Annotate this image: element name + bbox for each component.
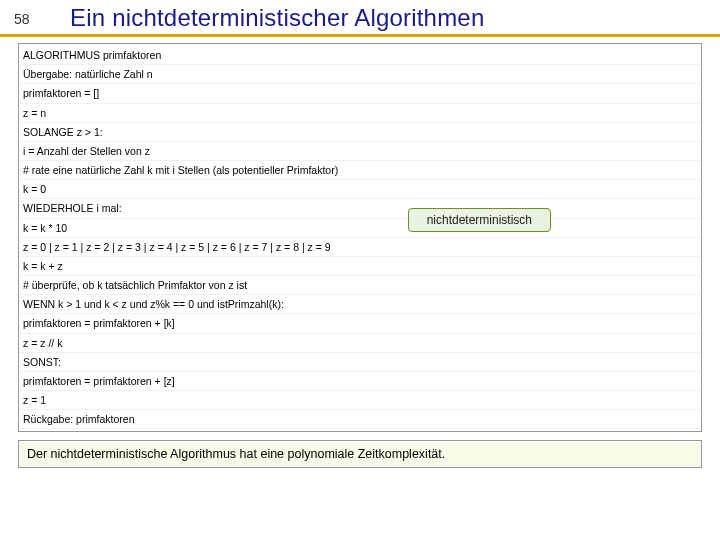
algo-line: k = 0 (19, 180, 701, 199)
algo-line: Rückgabe: primfaktoren (19, 410, 701, 429)
algo-line: Übergabe: natürliche Zahl n (19, 65, 701, 84)
algo-line: WENN k > 1 und k < z und z%k == 0 und is… (19, 295, 701, 314)
algo-line: k = k + z (19, 257, 701, 276)
algo-line: z = n (19, 104, 701, 123)
slide-header: 58 Ein nichtdeterministischer Algorithme… (0, 0, 720, 37)
algorithm-box: ALGORITHMUS primfaktoren Übergabe: natür… (18, 43, 702, 432)
algo-line: # rate eine natürliche Zahl k mit i Stel… (19, 161, 701, 180)
footer-note: Der nichtdeterministische Algorithmus ha… (18, 440, 702, 468)
algo-line: z = 1 (19, 391, 701, 410)
algo-line: SONST: (19, 353, 701, 372)
callout-nondeterministic: nichtdeterministisch (408, 208, 551, 232)
page-number: 58 (0, 3, 62, 31)
algo-line: # überprüfe, ob k tatsächlich Primfaktor… (19, 276, 701, 295)
algo-line: primfaktoren = primfaktoren + [z] (19, 372, 701, 391)
algo-line: z = 0 | z = 1 | z = 2 | z = 3 | z = 4 | … (19, 238, 701, 257)
algo-line: k = k * 10 (19, 219, 701, 238)
algo-line: ALGORITHMUS primfaktoren (19, 46, 701, 65)
algo-line: WIEDERHOLE i mal: (19, 199, 701, 218)
algo-line: SOLANGE z > 1: (19, 123, 701, 142)
page-title: Ein nichtdeterministischer Algorithmen (62, 0, 484, 34)
algo-line: z = z // k (19, 334, 701, 353)
algo-line: primfaktoren = [] (19, 84, 701, 103)
algo-line: primfaktoren = primfaktoren + [k] (19, 314, 701, 333)
algo-line: i = Anzahl der Stellen von z (19, 142, 701, 161)
